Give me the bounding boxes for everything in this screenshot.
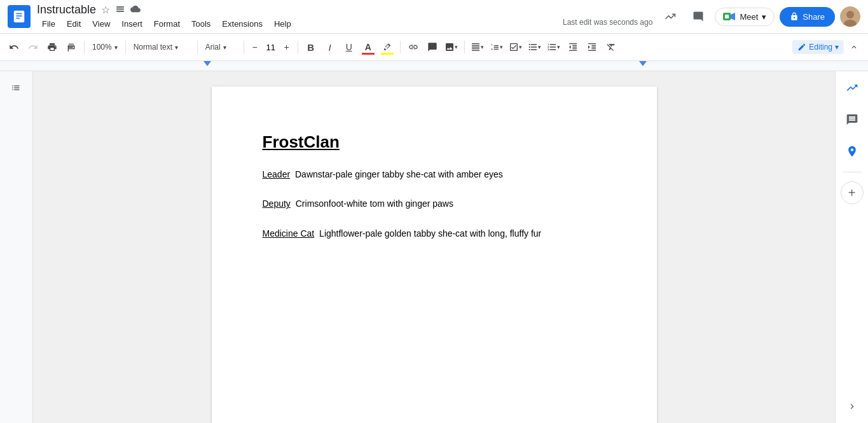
last-edit-status: Last edit was seconds ago bbox=[563, 18, 652, 27]
underline-button[interactable]: U bbox=[340, 38, 358, 56]
style-dropdown[interactable]: Normal text ▾ bbox=[130, 41, 193, 53]
deputy-label: Deputy bbox=[263, 198, 291, 209]
checklist-button[interactable]: ▾ bbox=[507, 38, 525, 56]
menu-bar: File Edit View Insert Format Tools Exten… bbox=[37, 18, 556, 30]
editing-chevron: ▾ bbox=[835, 43, 839, 52]
ruler-right-marker[interactable] bbox=[639, 61, 647, 66]
menu-edit[interactable]: Edit bbox=[62, 18, 86, 30]
undo-button[interactable] bbox=[5, 38, 23, 56]
sep-4 bbox=[244, 41, 244, 53]
doc-entry-deputy: Deputy Crimsonfoot-white tom with ginger… bbox=[263, 197, 606, 211]
share-button[interactable]: Share bbox=[780, 7, 835, 27]
medicine-cat-label: Medicine Cat bbox=[263, 228, 315, 239]
font-chevron: ▾ bbox=[223, 44, 226, 51]
sep-3 bbox=[197, 41, 198, 53]
menu-extensions[interactable]: Extensions bbox=[217, 18, 268, 30]
sep-7 bbox=[464, 41, 465, 53]
trending-icon-btn[interactable] bbox=[659, 5, 682, 28]
main-area: FrostClan Leader Dawnstar-pale ginger ta… bbox=[0, 71, 868, 423]
sidebar-trending-icon[interactable] bbox=[841, 76, 864, 99]
sep-5 bbox=[298, 41, 298, 53]
meet-button[interactable]: Meet ▾ bbox=[715, 8, 775, 26]
text-color-indicator bbox=[362, 53, 375, 55]
sidebar-collapse-icon[interactable] bbox=[841, 395, 864, 418]
svg-rect-5 bbox=[116, 8, 124, 10]
editing-mode-button[interactable]: Editing ▾ bbox=[792, 40, 844, 54]
font-size-decrease[interactable]: − bbox=[248, 40, 262, 54]
doc-page: FrostClan Leader Dawnstar-pale ginger ta… bbox=[212, 87, 657, 423]
bold-button[interactable]: B bbox=[302, 38, 320, 56]
left-panel bbox=[0, 71, 33, 423]
doc-heading[interactable]: FrostClan bbox=[263, 132, 606, 152]
document-outline-button[interactable] bbox=[5, 76, 28, 99]
svg-rect-4 bbox=[116, 6, 124, 8]
ordered-list-button[interactable]: ▾ bbox=[545, 38, 563, 56]
deputy-text[interactable]: Crimsonfoot-white tom with ginger paws bbox=[296, 198, 453, 209]
indent-button[interactable] bbox=[583, 38, 601, 56]
text-color-button[interactable]: A bbox=[359, 38, 377, 56]
doc-title-row: Instructable ☆ bbox=[37, 3, 556, 17]
user-avatar[interactable] bbox=[840, 6, 860, 27]
font-size-increase[interactable]: + bbox=[280, 40, 294, 54]
meet-chevron: ▾ bbox=[762, 12, 766, 22]
doc-entry-medicine-cat: Medicine Cat Lightflower-pale golden tab… bbox=[263, 226, 606, 240]
menu-view[interactable]: View bbox=[87, 18, 115, 30]
star-icon[interactable]: ☆ bbox=[101, 4, 110, 16]
paint-format-button[interactable] bbox=[62, 38, 80, 56]
link-button[interactable] bbox=[404, 38, 422, 56]
sidebar-person-icon[interactable] bbox=[841, 140, 864, 163]
highlight-indicator bbox=[381, 53, 394, 55]
style-chevron: ▾ bbox=[175, 44, 178, 51]
sidebar-separator bbox=[843, 172, 861, 172]
doc-title[interactable]: Instructable bbox=[37, 3, 96, 17]
italic-button[interactable]: I bbox=[321, 38, 339, 56]
doc-entry-leader: Leader Dawnstar-pale ginger tabby she-ca… bbox=[263, 167, 606, 181]
line-spacing-button[interactable]: ▾ bbox=[488, 38, 506, 56]
svg-rect-9 bbox=[725, 15, 729, 18]
comments-icon-btn[interactable] bbox=[687, 5, 710, 28]
sidebar-comments-icon[interactable] bbox=[841, 108, 864, 131]
redo-button[interactable] bbox=[24, 38, 42, 56]
doc-area: FrostClan Leader Dawnstar-pale ginger ta… bbox=[33, 71, 835, 423]
medicine-cat-text[interactable]: Lightflower-pale golden tabby she-cat wi… bbox=[319, 228, 541, 239]
comment-button[interactable] bbox=[424, 38, 441, 56]
sep-1 bbox=[84, 41, 85, 53]
right-sidebar: + bbox=[835, 71, 868, 423]
menu-tools[interactable]: Tools bbox=[186, 18, 216, 30]
insert-image-button[interactable]: ▾ bbox=[443, 38, 460, 56]
align-button[interactable]: ▾ bbox=[469, 38, 486, 56]
clear-format-button[interactable] bbox=[602, 38, 620, 56]
font-size-ctrl: − 11 + bbox=[248, 40, 294, 54]
menu-format[interactable]: Format bbox=[149, 18, 185, 30]
svg-rect-6 bbox=[116, 10, 124, 11]
sidebar-add-button[interactable]: + bbox=[841, 181, 864, 204]
share-label: Share bbox=[803, 12, 825, 22]
sep-6 bbox=[400, 41, 401, 53]
font-size-value[interactable]: 11 bbox=[263, 43, 279, 52]
leader-text[interactable]: Dawnstar-pale ginger tabby she-cat with … bbox=[295, 169, 503, 179]
sep-2 bbox=[125, 41, 126, 53]
highlight-button[interactable] bbox=[378, 38, 396, 56]
title-bar: Instructable ☆ File Edit View Insert For… bbox=[0, 0, 868, 33]
ruler-left-marker[interactable] bbox=[203, 61, 211, 66]
leader-label: Leader bbox=[263, 169, 291, 179]
svg-point-11 bbox=[846, 11, 854, 18]
menu-file[interactable]: File bbox=[37, 18, 60, 30]
outdent-button[interactable] bbox=[564, 38, 582, 56]
print-button[interactable] bbox=[43, 38, 61, 56]
cloud-icon[interactable] bbox=[130, 4, 141, 17]
meet-label: Meet bbox=[740, 12, 758, 22]
menu-insert[interactable]: Insert bbox=[116, 18, 148, 30]
unordered-list-button[interactable]: ▾ bbox=[526, 38, 544, 56]
title-actions: Meet ▾ Share bbox=[659, 5, 860, 28]
menu-help[interactable]: Help bbox=[269, 18, 296, 30]
ruler bbox=[0, 61, 868, 71]
move-icon[interactable] bbox=[115, 4, 125, 17]
font-dropdown[interactable]: Arial ▾ bbox=[202, 41, 240, 53]
editing-label: Editing bbox=[809, 43, 832, 52]
zoom-dropdown[interactable]: 100% ▾ bbox=[88, 41, 121, 53]
title-section: Instructable ☆ File Edit View Insert For… bbox=[37, 3, 556, 30]
expand-button[interactable] bbox=[845, 38, 863, 56]
app-icon bbox=[8, 5, 31, 28]
toolbar: 100% ▾ Normal text ▾ Arial ▾ − 11 + B I … bbox=[0, 33, 868, 61]
